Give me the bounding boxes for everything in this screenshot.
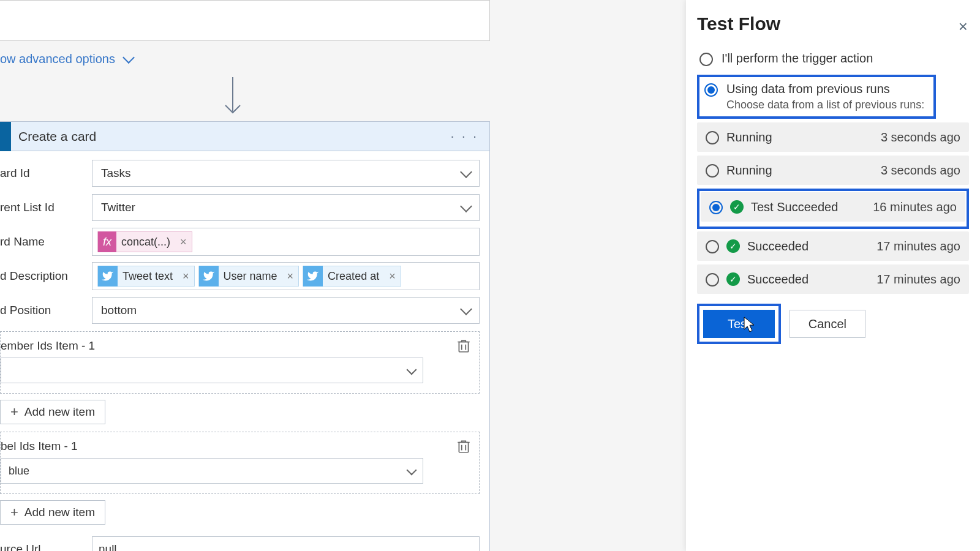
dynamic-token[interactable]: Tweet text × bbox=[97, 266, 195, 287]
run-time: 3 seconds ago bbox=[881, 130, 960, 144]
svg-rect-2 bbox=[459, 443, 468, 452]
member-ids-label: ember Ids Item - 1 bbox=[1, 339, 470, 353]
board-id-select[interactable]: Tasks bbox=[92, 160, 480, 187]
run-row[interactable]: ✓Succeeded17 minutes ago bbox=[697, 231, 969, 261]
option-previous-runs[interactable]: Using data from previous runs Choose dat… bbox=[703, 80, 930, 114]
create-card-action: Create a card · · · ard Id Tasks rent Li… bbox=[0, 121, 490, 551]
test-button-label: Test bbox=[728, 317, 750, 331]
parent-list-select[interactable]: Twitter bbox=[92, 194, 480, 221]
radio-icon bbox=[706, 273, 719, 287]
chevron-down-icon bbox=[460, 166, 472, 178]
radio-icon bbox=[699, 53, 713, 66]
card-name-input[interactable]: fx concat(...) × bbox=[92, 228, 480, 256]
position-select[interactable]: bottom bbox=[92, 297, 480, 324]
previous-runs-list: Running3 seconds agoRunning3 seconds ago… bbox=[697, 122, 969, 294]
success-check-icon: ✓ bbox=[726, 239, 740, 253]
token-text: concat(...) bbox=[116, 236, 175, 249]
card-form: ard Id Tasks rent List Id Twitter bbox=[0, 151, 489, 551]
run-time: 17 minutes ago bbox=[876, 272, 960, 287]
cancel-button-label: Cancel bbox=[809, 317, 846, 331]
cancel-button[interactable]: Cancel bbox=[790, 310, 865, 338]
chevron-down-icon bbox=[460, 200, 472, 212]
run-time: 16 minutes ago bbox=[873, 200, 957, 214]
remove-token-button[interactable]: × bbox=[178, 270, 194, 283]
radio-icon bbox=[706, 240, 719, 253]
delete-item-icon[interactable] bbox=[456, 338, 472, 354]
option-manual-trigger[interactable]: I'll perform the trigger action bbox=[697, 45, 969, 72]
run-row[interactable]: Running3 seconds ago bbox=[697, 122, 969, 152]
chevron-down-icon bbox=[407, 465, 417, 476]
parent-list-value: Twitter bbox=[101, 201, 135, 214]
test-button[interactable]: Test bbox=[703, 310, 775, 338]
parent-list-label: rent List Id bbox=[0, 201, 92, 214]
board-id-value: Tasks bbox=[101, 167, 131, 180]
source-url-input[interactable]: null bbox=[92, 536, 480, 551]
test-flow-panel: Test Flow × I'll perform the trigger act… bbox=[686, 0, 980, 551]
token-text: Tweet text bbox=[118, 270, 178, 283]
chevron-down-icon bbox=[123, 51, 135, 64]
card-desc-input[interactable]: Tweet text × User name × Created at × bbox=[92, 262, 480, 290]
member-id-select[interactable] bbox=[1, 358, 423, 383]
expression-token[interactable]: fx concat(...) × bbox=[97, 231, 192, 252]
connector-arrow-icon bbox=[221, 76, 245, 119]
option-label: Using data from previous runs bbox=[726, 82, 924, 96]
option-label: I'll perform the trigger action bbox=[722, 51, 873, 66]
dynamic-token[interactable]: User name × bbox=[198, 266, 300, 287]
show-advanced-options-link[interactable]: ow advanced options bbox=[0, 51, 133, 66]
fx-icon: fx bbox=[98, 231, 116, 252]
board-id-label: ard Id bbox=[0, 167, 92, 180]
highlighted-option: Using data from previous runs Choose dat… bbox=[697, 75, 936, 119]
run-row[interactable]: ✓Succeeded17 minutes ago bbox=[697, 264, 969, 294]
option-sublabel: Choose data from a list of previous runs… bbox=[726, 99, 924, 111]
panel-title: Test Flow bbox=[697, 13, 969, 34]
previous-action-card bbox=[0, 0, 490, 41]
token-text: User name bbox=[219, 270, 282, 283]
card-name-label: rd Name bbox=[0, 235, 92, 249]
token-text: Created at bbox=[323, 270, 384, 283]
delete-item-icon[interactable] bbox=[456, 438, 472, 454]
label-id-value: blue bbox=[9, 465, 29, 478]
run-status: Succeeded bbox=[747, 272, 869, 287]
add-new-label: Add new item bbox=[24, 405, 95, 419]
chevron-down-icon bbox=[407, 365, 417, 375]
remove-token-button[interactable]: × bbox=[384, 270, 401, 283]
twitter-icon bbox=[98, 266, 118, 287]
trello-icon bbox=[0, 122, 11, 151]
label-id-select[interactable]: blue bbox=[1, 458, 423, 484]
close-panel-button[interactable]: × bbox=[959, 17, 968, 36]
panel-buttons: Test Cancel bbox=[697, 301, 969, 347]
run-status: Succeeded bbox=[747, 239, 869, 253]
run-row[interactable]: ✓Test Succeeded16 minutes ago bbox=[701, 192, 965, 222]
success-check-icon: ✓ bbox=[730, 200, 744, 214]
run-time: 3 seconds ago bbox=[881, 163, 960, 178]
highlighted-run: ✓Test Succeeded16 minutes ago bbox=[697, 189, 969, 229]
run-status: Running bbox=[726, 130, 873, 144]
position-value: bottom bbox=[101, 304, 137, 317]
run-time: 17 minutes ago bbox=[876, 239, 960, 253]
plus-icon: + bbox=[10, 504, 18, 520]
dynamic-token[interactable]: Created at × bbox=[303, 266, 401, 287]
card-desc-label: d Description bbox=[0, 269, 92, 283]
card-menu-button[interactable]: · · · bbox=[450, 129, 489, 144]
chevron-down-icon bbox=[460, 303, 472, 315]
card-header[interactable]: Create a card · · · bbox=[0, 122, 489, 151]
add-new-label: Add new item bbox=[24, 506, 95, 519]
remove-token-button[interactable]: × bbox=[282, 270, 299, 283]
card-title: Create a card bbox=[18, 129, 450, 144]
label-ids-label: bel Ids Item - 1 bbox=[1, 440, 470, 453]
label-ids-array: bel Ids Item - 1 blue bbox=[0, 432, 480, 494]
radio-icon bbox=[706, 131, 719, 144]
radio-icon bbox=[709, 201, 723, 214]
run-row[interactable]: Running3 seconds ago bbox=[697, 156, 969, 185]
add-member-button[interactable]: + Add new item bbox=[0, 400, 105, 424]
add-label-button[interactable]: + Add new item bbox=[0, 500, 105, 525]
twitter-icon bbox=[303, 266, 323, 287]
radio-icon-selected bbox=[704, 83, 718, 97]
twitter-icon bbox=[199, 266, 219, 287]
flow-canvas: ow advanced options Create a card · · · … bbox=[0, 0, 686, 551]
svg-rect-1 bbox=[459, 342, 468, 352]
member-ids-array: ember Ids Item - 1 bbox=[0, 331, 480, 394]
plus-icon: + bbox=[10, 404, 18, 420]
advanced-options-label: ow advanced options bbox=[0, 52, 115, 66]
remove-token-button[interactable]: × bbox=[175, 236, 192, 249]
